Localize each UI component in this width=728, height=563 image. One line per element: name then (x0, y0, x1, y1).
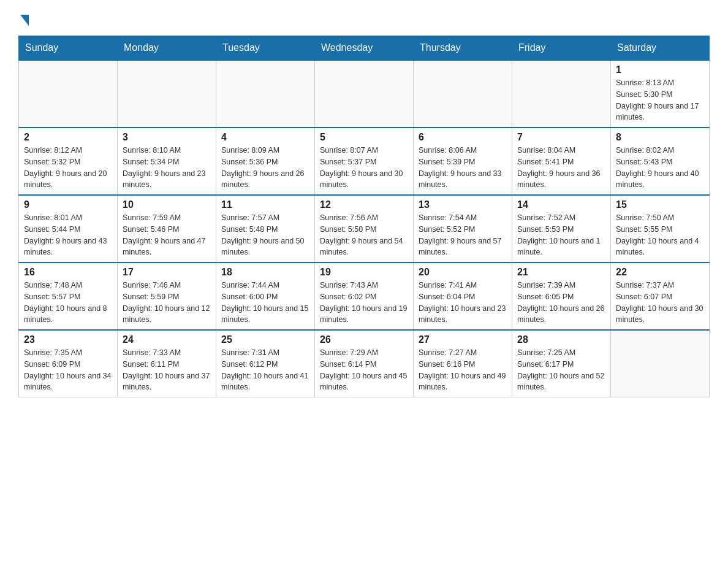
day-info: Sunrise: 8:02 AMSunset: 5:43 PMDaylight:… (616, 145, 704, 191)
calendar-cell: 16Sunrise: 7:48 AMSunset: 5:57 PMDayligh… (19, 262, 118, 330)
week-row-5: 23Sunrise: 7:35 AMSunset: 6:09 PMDayligh… (19, 330, 710, 397)
day-number: 8 (616, 132, 704, 143)
day-info: Sunrise: 7:50 AMSunset: 5:55 PMDaylight:… (616, 212, 704, 258)
day-info: Sunrise: 7:54 AMSunset: 5:52 PMDaylight:… (419, 212, 507, 258)
calendar-cell: 27Sunrise: 7:27 AMSunset: 6:16 PMDayligh… (414, 330, 512, 397)
day-number: 11 (221, 199, 309, 210)
day-info: Sunrise: 7:48 AMSunset: 5:57 PMDaylight:… (24, 280, 112, 326)
calendar-cell: 6Sunrise: 8:06 AMSunset: 5:39 PMDaylight… (414, 128, 512, 195)
calendar-cell (19, 60, 118, 128)
weekday-header-friday: Friday (512, 36, 611, 61)
day-info: Sunrise: 7:31 AMSunset: 6:12 PMDaylight:… (221, 347, 309, 393)
weekday-header-monday: Monday (118, 36, 216, 61)
day-info: Sunrise: 7:44 AMSunset: 6:00 PMDaylight:… (221, 280, 309, 326)
calendar-cell (414, 60, 512, 128)
day-number: 16 (24, 267, 112, 278)
calendar-cell: 4Sunrise: 8:09 AMSunset: 5:36 PMDaylight… (216, 128, 315, 195)
week-row-1: 1Sunrise: 8:13 AMSunset: 5:30 PMDaylight… (19, 60, 710, 128)
logo-arrow-icon (20, 15, 29, 26)
week-row-4: 16Sunrise: 7:48 AMSunset: 5:57 PMDayligh… (19, 262, 710, 330)
weekday-header-sunday: Sunday (19, 36, 118, 61)
day-number: 23 (24, 334, 112, 345)
day-info: Sunrise: 7:46 AMSunset: 5:59 PMDaylight:… (123, 280, 211, 326)
day-info: Sunrise: 7:37 AMSunset: 6:07 PMDaylight:… (616, 280, 704, 326)
calendar-cell: 5Sunrise: 8:07 AMSunset: 5:37 PMDaylight… (315, 128, 414, 195)
day-info: Sunrise: 7:52 AMSunset: 5:53 PMDaylight:… (517, 212, 605, 258)
day-number: 3 (123, 132, 211, 143)
day-number: 2 (24, 132, 112, 143)
day-number: 12 (320, 199, 408, 210)
day-info: Sunrise: 8:09 AMSunset: 5:36 PMDaylight:… (221, 145, 309, 191)
day-number: 5 (320, 132, 408, 143)
calendar-cell: 7Sunrise: 8:04 AMSunset: 5:41 PMDaylight… (512, 128, 611, 195)
day-info: Sunrise: 7:56 AMSunset: 5:50 PMDaylight:… (320, 212, 408, 258)
day-number: 9 (24, 199, 112, 210)
day-number: 20 (419, 267, 507, 278)
calendar-cell: 11Sunrise: 7:57 AMSunset: 5:48 PMDayligh… (216, 195, 315, 262)
calendar-cell: 17Sunrise: 7:46 AMSunset: 5:59 PMDayligh… (118, 262, 216, 330)
calendar-cell: 22Sunrise: 7:37 AMSunset: 6:07 PMDayligh… (611, 262, 710, 330)
calendar-cell: 21Sunrise: 7:39 AMSunset: 6:05 PMDayligh… (512, 262, 611, 330)
weekday-header-wednesday: Wednesday (315, 36, 414, 61)
day-info: Sunrise: 8:13 AMSunset: 5:30 PMDaylight:… (616, 77, 704, 123)
day-number: 21 (517, 267, 605, 278)
calendar-cell: 9Sunrise: 8:01 AMSunset: 5:44 PMDaylight… (19, 195, 118, 262)
day-info: Sunrise: 7:57 AMSunset: 5:48 PMDaylight:… (221, 212, 309, 258)
calendar-cell (216, 60, 315, 128)
calendar-cell: 8Sunrise: 8:02 AMSunset: 5:43 PMDaylight… (611, 128, 710, 195)
day-info: Sunrise: 7:29 AMSunset: 6:14 PMDaylight:… (320, 347, 408, 393)
day-number: 24 (123, 334, 211, 345)
day-info: Sunrise: 7:35 AMSunset: 6:09 PMDaylight:… (24, 347, 112, 393)
calendar-cell: 3Sunrise: 8:10 AMSunset: 5:34 PMDaylight… (118, 128, 216, 195)
day-number: 28 (517, 334, 605, 345)
calendar-cell: 24Sunrise: 7:33 AMSunset: 6:11 PMDayligh… (118, 330, 216, 397)
day-info: Sunrise: 7:25 AMSunset: 6:17 PMDaylight:… (517, 347, 605, 393)
calendar-cell: 14Sunrise: 7:52 AMSunset: 5:53 PMDayligh… (512, 195, 611, 262)
day-number: 7 (517, 132, 605, 143)
page-header (18, 12, 710, 26)
day-number: 1 (616, 64, 704, 75)
day-number: 10 (123, 199, 211, 210)
calendar-cell: 23Sunrise: 7:35 AMSunset: 6:09 PMDayligh… (19, 330, 118, 397)
day-number: 26 (320, 334, 408, 345)
calendar-cell: 25Sunrise: 7:31 AMSunset: 6:12 PMDayligh… (216, 330, 315, 397)
calendar-cell (512, 60, 611, 128)
calendar-cell: 19Sunrise: 7:43 AMSunset: 6:02 PMDayligh… (315, 262, 414, 330)
calendar-cell: 18Sunrise: 7:44 AMSunset: 6:00 PMDayligh… (216, 262, 315, 330)
day-info: Sunrise: 8:12 AMSunset: 5:32 PMDaylight:… (24, 145, 112, 191)
logo (18, 12, 29, 26)
day-number: 15 (616, 199, 704, 210)
day-info: Sunrise: 7:43 AMSunset: 6:02 PMDaylight:… (320, 280, 408, 326)
day-number: 22 (616, 267, 704, 278)
day-info: Sunrise: 8:07 AMSunset: 5:37 PMDaylight:… (320, 145, 408, 191)
calendar-cell (611, 330, 710, 397)
day-number: 14 (517, 199, 605, 210)
day-info: Sunrise: 7:59 AMSunset: 5:46 PMDaylight:… (123, 212, 211, 258)
day-info: Sunrise: 8:04 AMSunset: 5:41 PMDaylight:… (517, 145, 605, 191)
day-number: 13 (419, 199, 507, 210)
day-number: 27 (419, 334, 507, 345)
weekday-header-tuesday: Tuesday (216, 36, 315, 61)
calendar-cell: 20Sunrise: 7:41 AMSunset: 6:04 PMDayligh… (414, 262, 512, 330)
week-row-3: 9Sunrise: 8:01 AMSunset: 5:44 PMDaylight… (19, 195, 710, 262)
calendar-cell: 13Sunrise: 7:54 AMSunset: 5:52 PMDayligh… (414, 195, 512, 262)
weekday-header-thursday: Thursday (414, 36, 512, 61)
day-info: Sunrise: 7:27 AMSunset: 6:16 PMDaylight:… (419, 347, 507, 393)
week-row-2: 2Sunrise: 8:12 AMSunset: 5:32 PMDaylight… (19, 128, 710, 195)
calendar-cell (118, 60, 216, 128)
day-info: Sunrise: 8:06 AMSunset: 5:39 PMDaylight:… (419, 145, 507, 191)
calendar-cell: 10Sunrise: 7:59 AMSunset: 5:46 PMDayligh… (118, 195, 216, 262)
day-number: 19 (320, 267, 408, 278)
day-number: 17 (123, 267, 211, 278)
weekday-header-row: SundayMondayTuesdayWednesdayThursdayFrid… (19, 36, 710, 61)
day-number: 4 (221, 132, 309, 143)
calendar-cell: 28Sunrise: 7:25 AMSunset: 6:17 PMDayligh… (512, 330, 611, 397)
day-number: 6 (419, 132, 507, 143)
day-info: Sunrise: 8:01 AMSunset: 5:44 PMDaylight:… (24, 212, 112, 258)
day-number: 25 (221, 334, 309, 345)
day-info: Sunrise: 7:39 AMSunset: 6:05 PMDaylight:… (517, 280, 605, 326)
day-info: Sunrise: 7:41 AMSunset: 6:04 PMDaylight:… (419, 280, 507, 326)
day-number: 18 (221, 267, 309, 278)
weekday-header-saturday: Saturday (611, 36, 710, 61)
calendar-cell: 1Sunrise: 8:13 AMSunset: 5:30 PMDaylight… (611, 60, 710, 128)
